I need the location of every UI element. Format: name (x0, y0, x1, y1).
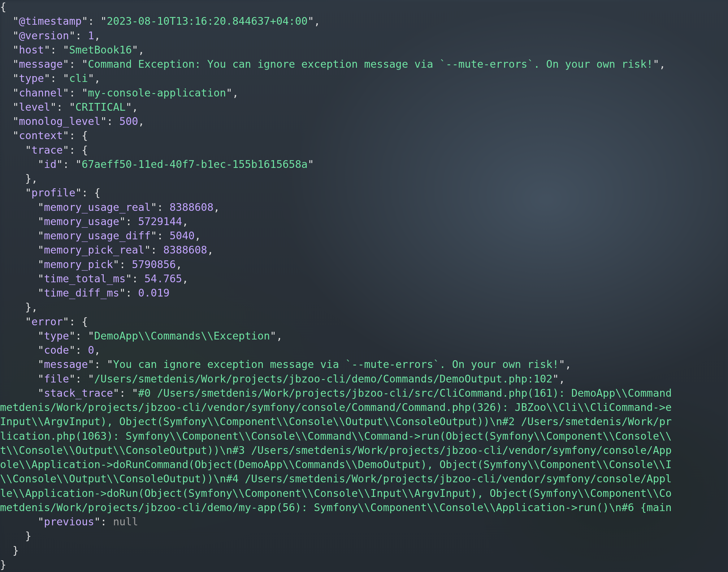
value-stack-trace-l3: lication.php(1063): Symfony\\Component\\… (0, 430, 672, 442)
key-context: context (19, 130, 63, 142)
key-error-type: type (44, 330, 69, 342)
value-type: cli (69, 72, 88, 84)
value-stack-trace-l8: metdenis/Work/projects/jbzoo-cli/demo/my… (0, 502, 672, 514)
value-monolog-level: 500 (119, 115, 138, 127)
key-version: @version (19, 30, 69, 42)
key-message: message (19, 58, 63, 70)
value-stack-trace-l2: Input\\ArgvInput), Object(Symfony\\Compo… (0, 416, 672, 428)
value-error-type: DemoApp\\Commands\\Exception (94, 330, 270, 342)
value-stack-trace-l5: ole\\Application->doRunCommand(Object(De… (0, 458, 672, 471)
key-trace-id: id (44, 158, 57, 170)
brace-open: { (0, 1, 6, 13)
value-stack-trace-l6: \\Console\\Output\\ConsoleOutput))\n#4 /… (0, 473, 672, 485)
key-host: host (19, 44, 44, 56)
value-error-file: /Users/smetdenis/Work/projects/jbzoo-cli… (94, 373, 552, 385)
key-memory-usage-diff: memory_usage_diff (44, 230, 151, 242)
value-message: Command Exception: You can ignore except… (88, 58, 653, 70)
key-memory-usage: memory_usage (44, 216, 119, 228)
key-timestamp: @timestamp (19, 15, 82, 27)
key-memory-usage-real: memory_usage_real (44, 201, 151, 213)
key-channel: channel (19, 87, 63, 99)
value-trace-id: 67aeff50-11ed-40f7-b1ec-155b1615658a (82, 158, 308, 170)
key-error: error (31, 316, 63, 328)
value-channel: my-console-application (88, 87, 226, 99)
quote: " (13, 15, 19, 27)
key-monolog-level: monolog_level (19, 115, 101, 127)
value-stack-trace-l4: t\\Console\\Output\\ConsoleOutput))\n#3 … (0, 444, 672, 456)
value-memory-usage: 5729144 (138, 216, 182, 228)
value-memory-usage-real: 8388608 (170, 201, 214, 213)
value-time-diff-ms: 0.019 (138, 287, 169, 299)
key-memory-pick-real: memory_pick_real (44, 244, 144, 256)
key-error-file: file (44, 373, 69, 385)
value-memory-pick: 5790856 (132, 259, 176, 271)
json-code-block[interactable]: { "@timestamp": "2023-08-10T13:16:20.844… (0, 0, 728, 572)
key-stack-trace: stack_trace (44, 387, 113, 399)
value-level: CRITICAL (75, 101, 125, 113)
value-stack-trace-l0: #0 /Users/smetdenis/Work/projects/jbzoo-… (138, 387, 672, 399)
key-level: level (19, 101, 50, 113)
key-error-message: message (44, 358, 88, 370)
value-error-code: 0 (88, 344, 94, 356)
brace-close: } (0, 559, 6, 571)
value-version: 1 (88, 30, 94, 42)
key-profile: profile (31, 187, 75, 199)
value-memory-pick-real: 8388608 (163, 244, 207, 256)
key-type: type (19, 72, 44, 84)
value-time-total-ms: 54.765 (144, 273, 182, 285)
key-time-total-ms: time_total_ms (44, 273, 126, 285)
key-previous: previous (44, 516, 94, 528)
key-time-diff-ms: time_diff_ms (44, 287, 119, 299)
value-previous: null (113, 516, 138, 528)
value-timestamp: 2023-08-10T13:16:20.844637+04:00 (107, 15, 308, 27)
value-stack-trace-l1: metdenis/Work/projects/jbzoo-cli/vendor/… (0, 401, 672, 413)
key-memory-pick: memory_pick (44, 259, 113, 271)
value-stack-trace-l7: le\\Application->doRun(Object(Symfony\\C… (0, 487, 672, 499)
value-host: SmetBook16 (69, 44, 132, 56)
key-error-code: code (44, 344, 69, 356)
value-error-message: You can ignore exception message via `--… (113, 358, 559, 370)
key-trace: trace (31, 144, 63, 156)
value-memory-usage-diff: 5040 (170, 230, 195, 242)
